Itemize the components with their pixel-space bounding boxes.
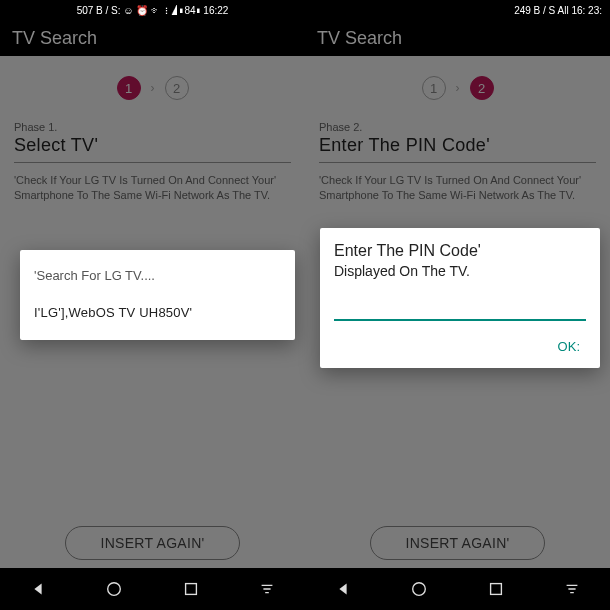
phase-label: Phase 1. — [14, 121, 291, 133]
recent-icon[interactable] — [182, 580, 200, 598]
phase-header: Phase 1. Select TV' — [0, 115, 305, 156]
tv-list-item[interactable]: I'LG'],WebOS TV UH850V' — [34, 305, 281, 320]
phone-right: 249 B / S All 16: 23: TV Search 1 › 2 Ph… — [305, 0, 610, 610]
help-text: 'Check If Your LG TV Is Turned On And Co… — [0, 163, 305, 213]
insert-again-button[interactable]: INSERT AGAIN' — [65, 526, 239, 560]
phase-header: Phase 2. Enter The PIN Code' — [305, 115, 610, 156]
step-1[interactable]: 1 — [422, 76, 446, 100]
pin-dialog: Enter The PIN Code' Displayed On The TV.… — [320, 228, 600, 368]
menu-icon[interactable] — [258, 580, 276, 598]
phase-title: Enter The PIN Code' — [319, 135, 596, 156]
dialog-title: Enter The PIN Code' — [334, 242, 586, 260]
dialog-title: 'Search For LG TV.... — [34, 268, 281, 283]
step-1[interactable]: 1 — [117, 76, 141, 100]
chevron-right-icon: › — [151, 81, 155, 95]
insert-again-button[interactable]: INSERT AGAIN' — [370, 526, 544, 560]
svg-rect-1 — [185, 584, 196, 595]
dialog-subtitle: Displayed On The TV. — [334, 263, 586, 279]
phase-title: Select TV' — [14, 135, 291, 156]
status-text-center: 507 B / S: ☺ ⏰ ᯤ ⫶ ◢ ▮84▮ 16:22 — [77, 5, 229, 16]
stepper: 1 › 2 — [305, 56, 610, 115]
home-icon[interactable] — [105, 580, 123, 598]
status-text-right: 249 B / S All 16: 23: — [514, 5, 602, 16]
back-icon[interactable] — [29, 580, 47, 598]
help-text: 'Check If Your LG TV Is Turned On And Co… — [305, 163, 610, 213]
svg-point-2 — [413, 583, 426, 596]
svg-point-0 — [108, 583, 121, 596]
nav-bar — [305, 568, 610, 610]
app-title: TV Search — [317, 28, 402, 49]
pin-input[interactable] — [334, 293, 586, 321]
step-2[interactable]: 2 — [470, 76, 494, 100]
ok-button[interactable]: OK: — [334, 321, 586, 358]
recent-icon[interactable] — [487, 580, 505, 598]
step-2[interactable]: 2 — [165, 76, 189, 100]
chevron-right-icon: › — [456, 81, 460, 95]
app-bar: TV Search — [0, 21, 305, 56]
back-icon[interactable] — [334, 580, 352, 598]
search-tv-dialog: 'Search For LG TV.... I'LG'],WebOS TV UH… — [20, 250, 295, 340]
svg-rect-3 — [490, 584, 501, 595]
phone-left: 507 B / S: ☺ ⏰ ᯤ ⫶ ◢ ▮84▮ 16:22 TV Searc… — [0, 0, 305, 610]
stepper: 1 › 2 — [0, 56, 305, 115]
app-bar: TV Search — [305, 21, 610, 56]
status-bar: 507 B / S: ☺ ⏰ ᯤ ⫶ ◢ ▮84▮ 16:22 — [0, 0, 305, 21]
status-bar: 249 B / S All 16: 23: — [305, 0, 610, 21]
menu-icon[interactable] — [563, 580, 581, 598]
phase-label: Phase 2. — [319, 121, 596, 133]
home-icon[interactable] — [410, 580, 428, 598]
app-title: TV Search — [12, 28, 97, 49]
nav-bar — [0, 568, 305, 610]
